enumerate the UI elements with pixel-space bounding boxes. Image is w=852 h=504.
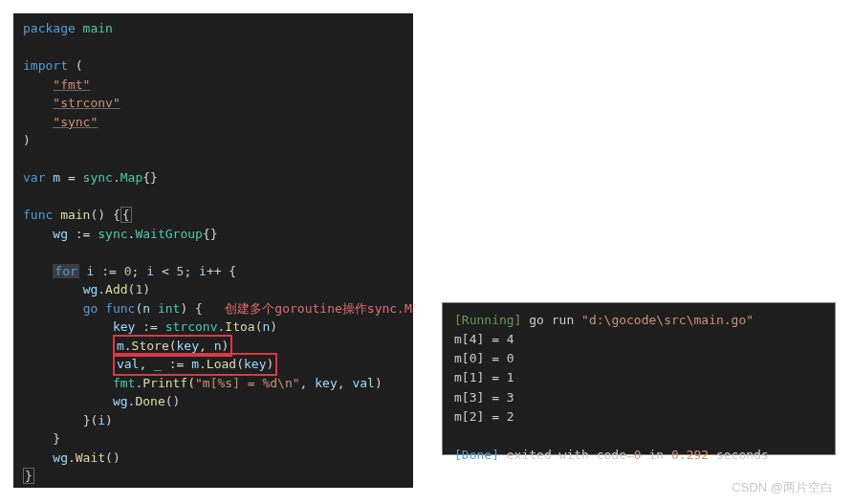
code-line: func main() {{ xyxy=(23,206,404,225)
annotation-text: 创建多个goroutine操作sync.Map xyxy=(225,301,413,316)
terminal-line: m[4] = 4 xyxy=(454,330,823,349)
code-line xyxy=(23,38,404,57)
terminal-line: m[0] = 0 xyxy=(454,349,823,368)
code-line: wg.Add(1) xyxy=(23,280,404,299)
code-line: package main xyxy=(23,19,404,38)
code-line: wg := sync.WaitGroup{} xyxy=(23,225,404,244)
terminal-output[interactable]: [Running] go run "d:\gocode\src\main.go"… xyxy=(442,302,836,455)
code-line: wg.Done() xyxy=(23,392,404,411)
code-line: import ( xyxy=(23,56,404,76)
code-line: "sync" xyxy=(23,113,404,132)
terminal-line: m[3] = 3 xyxy=(454,388,823,407)
code-line: for i := 0; i < 5; i++ { xyxy=(23,262,404,281)
code-line xyxy=(23,150,404,169)
terminal-line xyxy=(454,427,823,446)
terminal-line: m[2] = 2 xyxy=(454,407,823,427)
code-line: go func(n int) { 创建多个goroutine操作sync.Map xyxy=(23,299,404,318)
code-line: wg.Wait() xyxy=(23,449,404,468)
code-line: } xyxy=(23,429,404,449)
code-editor[interactable]: package main import ( "fmt" "strconv" "s… xyxy=(13,13,413,488)
code-line: var m = sync.Map{} xyxy=(23,168,404,187)
code-line: }(i) xyxy=(23,411,404,430)
code-line: val, _ := m.Load(key) xyxy=(23,355,404,374)
code-line: ) xyxy=(23,131,404,150)
watermark: CSDN @两片空白 xyxy=(732,479,833,496)
code-line: "strconv" xyxy=(23,94,404,113)
code-line: fmt.Printf("m[%s] = %d\n", key, val) xyxy=(23,374,404,393)
terminal-line: [Done] exited with code=0 in 0.292 secon… xyxy=(454,446,823,465)
code-line xyxy=(23,187,404,207)
highlight-box: val, _ := m.Load(key) xyxy=(113,353,277,376)
code-line xyxy=(23,243,404,262)
terminal-line: [Running] go run "d:\gocode\src\main.go" xyxy=(454,311,823,330)
code-line: } xyxy=(23,467,404,486)
terminal-line: m[1] = 1 xyxy=(454,368,823,387)
code-line: "fmt" xyxy=(23,76,404,95)
